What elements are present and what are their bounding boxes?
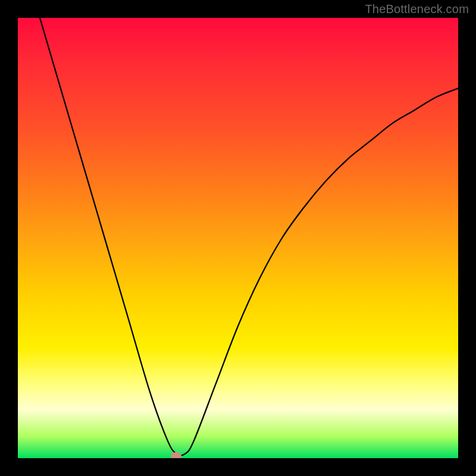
chart-container: TheBottleneck.com: [0, 0, 476, 476]
curve-svg: [18, 18, 458, 458]
watermark-text: TheBottleneck.com: [365, 2, 469, 16]
optimal-point-marker: [171, 452, 181, 458]
bottleneck-curve: [40, 18, 458, 455]
plot-area: [18, 18, 458, 458]
